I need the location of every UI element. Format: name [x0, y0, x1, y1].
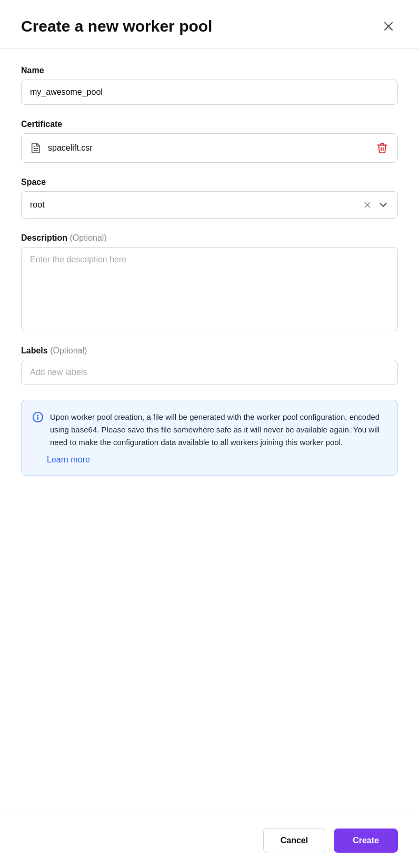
description-optional: (Optional): [69, 233, 106, 242]
name-label: Name: [21, 66, 398, 75]
file-icon: [30, 142, 42, 154]
labels-optional: (Optional): [50, 346, 87, 355]
modal-header: Create a new worker pool: [0, 0, 419, 48]
trash-icon: [376, 142, 388, 154]
info-content: Upon worker pool creation, a file will b…: [32, 411, 387, 449]
delete-certificate-button[interactable]: [375, 141, 389, 155]
space-field-group: Space root: [21, 177, 398, 219]
certificate-box: spacelift.csr: [21, 133, 398, 163]
modal-footer: Cancel Create: [0, 813, 419, 868]
info-text: Upon worker pool creation, a file will b…: [50, 411, 387, 449]
space-value: root: [30, 200, 45, 210]
chevron-down-icon: [377, 199, 389, 211]
description-textarea[interactable]: [21, 247, 398, 331]
certificate-left: spacelift.csr: [30, 142, 92, 154]
space-select[interactable]: root: [21, 191, 398, 219]
clear-space-icon[interactable]: [363, 200, 372, 210]
space-controls: [363, 199, 389, 211]
learn-more-link[interactable]: Learn more: [47, 455, 387, 465]
create-button[interactable]: Create: [334, 828, 398, 853]
certificate-label: Certificate: [21, 120, 398, 129]
certificate-filename: spacelift.csr: [48, 143, 92, 153]
info-circle-icon: [32, 411, 44, 423]
close-icon: [381, 19, 396, 34]
header-divider: [0, 48, 419, 49]
cancel-button[interactable]: Cancel: [263, 828, 325, 853]
labels-label: Labels (Optional): [21, 346, 398, 356]
info-box: Upon worker pool creation, a file will b…: [21, 400, 398, 476]
labels-input[interactable]: [21, 360, 398, 385]
space-label: Space: [21, 177, 398, 187]
svg-point-10: [38, 415, 38, 416]
modal-title: Create a new worker pool: [21, 17, 212, 36]
modal-body: Name Certificate space: [0, 66, 419, 796]
name-field-group: Name: [21, 66, 398, 105]
close-button[interactable]: [379, 17, 398, 36]
labels-field-group: Labels (Optional): [21, 346, 398, 385]
certificate-field-group: Certificate spacelift.csr: [21, 120, 398, 163]
description-field-group: Description (Optional): [21, 233, 398, 331]
modal: Create a new worker pool Name Certificat…: [0, 0, 419, 868]
name-input[interactable]: [21, 80, 398, 105]
description-label: Description (Optional): [21, 233, 398, 243]
